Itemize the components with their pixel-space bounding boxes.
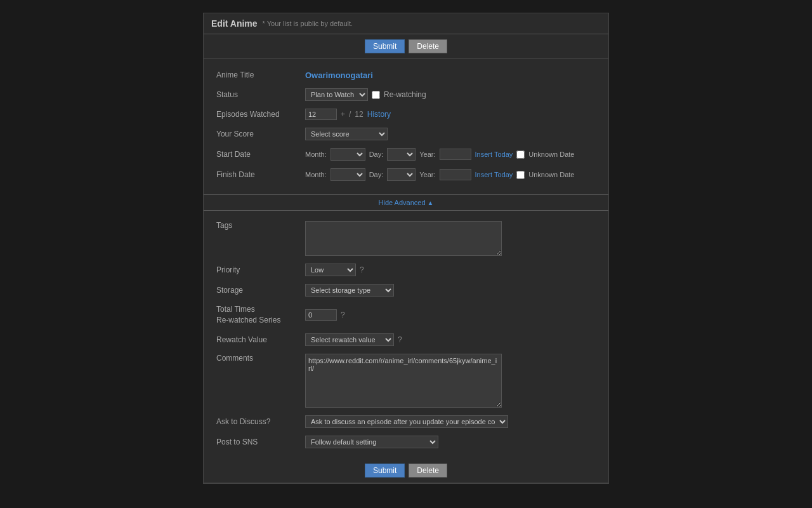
hide-advanced-label: Hide Advanced [379,199,426,206]
rewatch-count-control: ? [305,309,596,321]
delete-button-bottom[interactable]: Delete [409,464,447,478]
rewatch-value-row: Rewatch Value Select rewatch value Very … [216,330,596,350]
episodes-control: + / 12 History [305,109,596,120]
post-sns-row: Post to SNS Follow default setting Post … [216,432,596,452]
post-sns-control: Follow default setting Post to SNS Don't… [305,436,596,448]
hide-advanced-link[interactable]: Hide Advanced ▲ [379,199,434,206]
rewatch-value-help-icon[interactable]: ? [398,335,402,344]
rewatch-value-label: Rewatch Value [216,335,305,344]
finish-unknown-date-checkbox[interactable] [516,171,525,179]
finish-date-label: Finish Date [216,170,305,179]
status-control: Plan to Watch Watching Completed On-Hold… [305,88,596,101]
submit-button-bottom[interactable]: Submit [365,464,405,478]
finish-unknown-date-label: Unknown Date [528,171,574,178]
finish-year-label: Year: [419,171,435,178]
start-month-label: Month: [305,150,327,158]
tags-textarea[interactable] [305,221,502,256]
rewatch-value-select[interactable]: Select rewatch value Very Low Low Medium… [305,333,394,346]
priority-label: Priority [216,265,305,274]
score-select[interactable]: Select score 10 9 8 7 6 5 4 3 2 1 [305,128,388,140]
episodes-row: Episodes Watched + / 12 History [216,105,596,124]
top-action-bar: Submit Delete [204,34,608,59]
finish-date-row: Finish Date Month: Day: Year: Insert Tod… [216,164,596,185]
score-control: Select score 10 9 8 7 6 5 4 3 2 1 [305,128,596,140]
ask-discuss-select[interactable]: Ask to discuss an episode after you upda… [305,415,508,428]
tags-label: Tags [216,221,305,230]
score-row: Your Score Select score 10 9 8 7 6 5 4 3… [216,124,596,144]
finish-day-select[interactable] [387,168,416,181]
post-sns-select[interactable]: Follow default setting Post to SNS Don't… [305,436,438,448]
storage-select[interactable]: Select storage type Hard Drive DVD/BD VH… [305,284,394,297]
advanced-toggle: Hide Advanced ▲ [204,194,608,211]
comments-row: Comments https://www.reddit.com/r/anime_… [216,350,596,411]
tags-control [305,221,596,256]
rewatch-value-control: Select rewatch value Very Low Low Medium… [305,333,596,346]
priority-help-icon[interactable]: ? [360,265,364,274]
basic-form-section: Anime Title Owarimonogatari Status Plan … [204,59,608,191]
priority-row: Priority Low Medium High ? [216,260,596,280]
start-unknown-date-label: Unknown Date [528,150,574,158]
finish-day-label: Day: [369,171,384,178]
start-year-label: Year: [419,150,435,158]
start-month-select[interactable] [331,148,365,161]
re-watching-label: Re-watching [384,90,426,99]
priority-select[interactable]: Low Medium High [305,264,356,276]
start-date-label: Start Date [216,150,305,159]
re-watching-checkbox[interactable] [372,91,380,99]
storage-control: Select storage type Hard Drive DVD/BD VH… [305,284,596,297]
storage-row: Storage Select storage type Hard Drive D… [216,280,596,300]
finish-month-select[interactable] [331,168,365,181]
storage-label: Storage [216,286,305,295]
episodes-input[interactable] [305,109,337,120]
advanced-arrow-icon: ▲ [428,199,434,206]
bottom-action-bar: Submit Delete [204,458,608,483]
start-unknown-date-checkbox[interactable] [516,150,525,159]
ask-discuss-row: Ask to Discuss? Ask to discuss an episod… [216,411,596,432]
priority-control: Low Medium High ? [305,264,596,276]
start-day-label: Day: [369,150,384,158]
start-date-row: Start Date Month: Day: Year: Insert Toda… [216,144,596,164]
start-year-input[interactable] [440,149,471,160]
rewatch-count-row: Total TimesRe-watched Series ? [216,300,596,330]
comments-label: Comments [216,354,305,363]
episodes-total: 12 [355,110,363,119]
delete-button-top[interactable]: Delete [409,39,447,53]
start-insert-today-link[interactable]: Insert Today [475,150,513,158]
edit-anime-container: Edit Anime * Your list is public by defa… [203,13,609,484]
finish-year-input[interactable] [440,169,471,180]
form-title: Edit Anime [211,18,258,29]
start-date-control: Month: Day: Year: Insert Today Unknown D… [305,148,596,161]
episodes-divider: + [341,110,345,119]
rewatch-count-help-icon[interactable]: ? [341,311,345,319]
anime-title-row: Anime Title Owarimonogatari [216,65,596,84]
rewatch-count-input[interactable] [305,309,337,321]
comments-textarea[interactable]: https://www.reddit.com/r/anime_irl/comme… [305,354,502,408]
status-row: Status Plan to Watch Watching Completed … [216,84,596,105]
ask-discuss-label: Ask to Discuss? [216,417,305,426]
episodes-label: Episodes Watched [216,110,305,119]
rewatch-count-label: Total TimesRe-watched Series [216,304,305,326]
episodes-slash: / [349,110,351,119]
score-label: Your Score [216,130,305,138]
anime-title-label: Anime Title [216,70,305,79]
form-subtitle: * Your list is public by default. [263,20,353,27]
anime-title-link[interactable]: Owarimonogatari [305,70,373,80]
finish-insert-today-link[interactable]: Insert Today [475,171,513,178]
start-day-select[interactable] [387,148,416,161]
submit-button-top[interactable]: Submit [365,39,405,53]
form-header: Edit Anime * Your list is public by defa… [204,13,608,34]
status-select[interactable]: Plan to Watch Watching Completed On-Hold… [305,88,368,101]
anime-title-control: Owarimonogatari [305,70,596,80]
finish-date-control: Month: Day: Year: Insert Today Unknown D… [305,168,596,181]
ask-discuss-control: Ask to discuss an episode after you upda… [305,415,596,428]
status-label: Status [216,90,305,99]
advanced-form-section: Tags Priority Low Medium High ? Storage [204,214,608,458]
post-sns-label: Post to SNS [216,438,305,446]
finish-month-label: Month: [305,171,327,178]
tags-row: Tags [216,217,596,260]
comments-control: https://www.reddit.com/r/anime_irl/comme… [305,354,596,408]
history-link[interactable]: History [367,110,391,119]
